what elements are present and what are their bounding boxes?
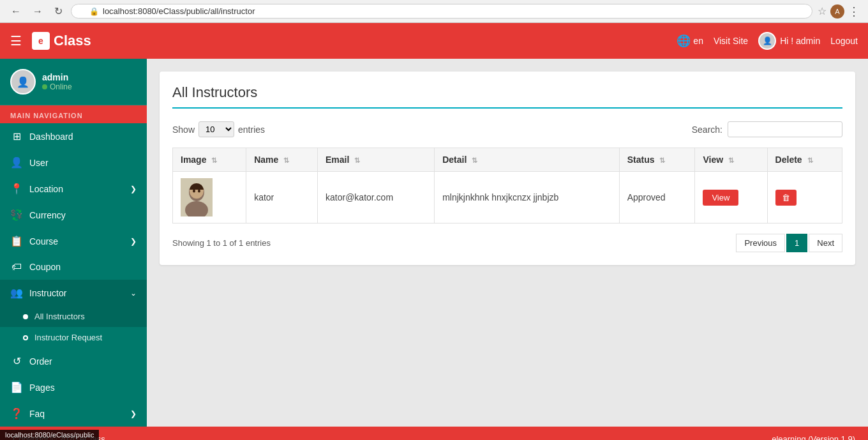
main-area: 👤 admin Online MAIN NAVIGATION ⊞ Dashboa… <box>0 59 868 427</box>
table-body: kator kator@kator.com mlnjkjnkhnk hnxjkc… <box>173 172 842 224</box>
table-controls: Show 10 25 50 100 entries Search: <box>172 121 842 137</box>
sort-icon: ⇅ <box>472 156 477 164</box>
sidebar-subitem-label: Instructor Request <box>34 333 102 342</box>
lang-label: en <box>693 36 703 46</box>
pagination-controls: Previous 1 Next <box>736 234 842 252</box>
pagination-area: Showing 1 to 1 of 1 entries Previous 1 N… <box>172 234 842 252</box>
nav-section-label: MAIN NAVIGATION <box>0 105 147 123</box>
chevron-icon: ❯ <box>130 409 137 418</box>
user-status: Online <box>42 82 72 91</box>
header-left: ☰ e Class <box>10 32 91 50</box>
col-view: View ⇅ <box>695 148 767 172</box>
cell-detail: mlnjkjnkhnk hnxjkcnzx jjnbjzb <box>435 172 620 224</box>
sidebar-item-label: Order <box>29 356 52 367</box>
sidebar-item-coupon[interactable]: 🏷 Coupon <box>0 254 147 280</box>
search-input[interactable] <box>728 121 842 137</box>
dashboard-icon: ⊞ <box>10 130 23 142</box>
view-button[interactable]: View <box>703 190 738 206</box>
show-label: Show <box>172 125 195 135</box>
bookmark-icon[interactable]: ☆ <box>818 5 827 17</box>
app: ☰ e Class 🌐 en Visit Site 👤 Hi ! admin L… <box>0 23 868 440</box>
footer-version: elearning (Version 1.9) <box>772 434 855 440</box>
sidebar-item-label: Location <box>29 184 63 194</box>
browser-menu-icon[interactable]: ⋮ <box>848 4 860 19</box>
user-info[interactable]: 👤 Hi ! admin <box>758 32 820 50</box>
sidebar-item-all-instructors[interactable]: All Instructors <box>0 306 147 327</box>
url-text: localhost:8080/eClass/public/all/instruc… <box>103 6 255 16</box>
sidebar-item-dashboard[interactable]: ⊞ Dashboard <box>0 123 147 149</box>
sidebar-item-label: Instructor <box>29 288 66 298</box>
instructors-table: Image ⇅ Name ⇅ Email ⇅ <box>172 148 842 224</box>
lock-icon: 🔒 <box>89 7 99 16</box>
coupon-icon: 🏷 <box>10 261 23 273</box>
chevron-icon: ❯ <box>130 185 137 193</box>
sidebar-item-location[interactable]: 📍 Location ❯ <box>0 176 147 202</box>
entries-select[interactable]: 10 25 50 100 <box>198 121 234 137</box>
cell-email: kator@kator.com <box>318 172 435 224</box>
hi-label: Hi ! admin <box>780 36 820 46</box>
entries-label: entries <box>238 125 265 135</box>
sidebar-item-instructor[interactable]: 👥 Instructor ⌄ <box>0 280 147 306</box>
sidebar-item-user[interactable]: 👤 User <box>0 149 147 176</box>
cell-view: View <box>695 172 767 224</box>
sidebar-item-currency[interactable]: 💱 Currency <box>0 202 147 228</box>
back-button[interactable]: ← <box>8 4 24 19</box>
language-button[interactable]: 🌐 en <box>677 34 703 48</box>
sub-dot-icon <box>23 335 28 340</box>
sidebar-item-label: Coupon <box>29 262 61 272</box>
sort-icon: ⇅ <box>807 156 813 164</box>
sidebar-item-instructor-request[interactable]: Instructor Request <box>0 327 147 348</box>
pages-icon: 📄 <box>10 381 23 393</box>
sidebar-item-label: User <box>29 158 49 168</box>
content-area: All Instructors Show 10 25 50 100 entrie… <box>147 59 868 427</box>
col-status: Status ⇅ <box>619 148 695 172</box>
cell-image <box>173 172 246 224</box>
sort-icon: ⇅ <box>728 156 734 164</box>
cell-delete: 🗑 <box>767 172 842 224</box>
sidebar-item-pages[interactable]: 📄 Pages <box>0 374 147 400</box>
url-bar[interactable]: 🔒 localhost:8080/eClass/public/all/instr… <box>71 4 812 19</box>
sidebar-item-order[interactable]: ↺ Order <box>0 348 147 374</box>
sub-dot-icon <box>23 314 28 319</box>
next-button[interactable]: Next <box>809 234 842 252</box>
search-box: Search: <box>692 121 842 137</box>
user-name: admin <box>42 72 72 82</box>
cell-status: Approved <box>619 172 695 224</box>
sidebar-subitem-label: All Instructors <box>34 312 85 321</box>
cell-name: kator <box>246 172 318 224</box>
sidebar-item-label: Dashboard <box>29 132 73 142</box>
delete-button[interactable]: 🗑 <box>775 190 797 206</box>
sidebar-item-course[interactable]: 📋 Course ❯ <box>0 228 147 254</box>
forward-button[interactable]: → <box>29 4 46 19</box>
sidebar-item-label: Faq <box>29 409 45 419</box>
pagination-info: Showing 1 to 1 of 1 entries <box>172 238 271 248</box>
user-icon: 👤 <box>10 156 23 169</box>
search-label: Search: <box>692 125 722 135</box>
tooltip-bar: localhost:8080/eClass/public <box>0 430 99 440</box>
chevron-icon: ❯ <box>130 237 137 246</box>
instructor-photo <box>181 178 213 216</box>
browser-profile[interactable]: A <box>830 4 844 19</box>
location-icon: 📍 <box>10 183 23 195</box>
user-details: admin Online <box>42 72 72 91</box>
instructor-photo-svg <box>181 178 213 216</box>
brand-icon: e <box>32 32 50 50</box>
refresh-button[interactable]: ↻ <box>51 4 66 19</box>
col-delete: Delete ⇅ <box>767 148 842 172</box>
sort-icon: ⇅ <box>659 156 665 164</box>
course-icon: 📋 <box>10 235 23 247</box>
sidebar: 👤 admin Online MAIN NAVIGATION ⊞ Dashboa… <box>0 59 147 427</box>
hamburger-button[interactable]: ☰ <box>10 33 22 49</box>
table-row: kator kator@kator.com mlnjkjnkhnk hnxjkc… <box>173 172 842 224</box>
status-dot <box>42 84 47 89</box>
currency-icon: 💱 <box>10 209 23 221</box>
sort-icon: ⇅ <box>283 156 289 164</box>
header-avatar: 👤 <box>758 32 776 50</box>
page-1-button[interactable]: 1 <box>786 234 807 252</box>
logout-button[interactable]: Logout <box>830 36 858 46</box>
previous-button[interactable]: Previous <box>736 234 785 252</box>
visit-site-button[interactable]: Visit Site <box>714 36 748 46</box>
sidebar-item-faq[interactable]: ❓ Faq ❯ <box>0 400 147 427</box>
table-header: Image ⇅ Name ⇅ Email ⇅ <box>173 148 842 172</box>
brand: e Class <box>32 32 91 50</box>
